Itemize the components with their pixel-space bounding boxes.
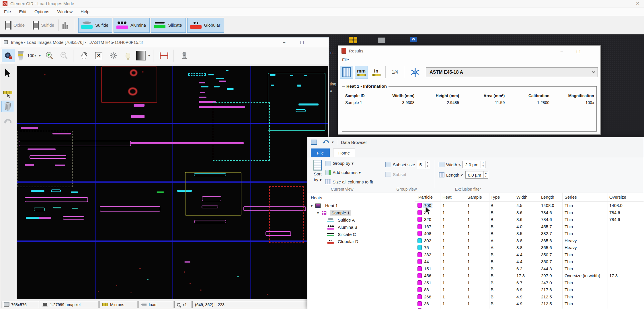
units-in-button[interactable]: in: [370, 66, 383, 79]
app-titlebar: Clemex CIR - Load Images Mode ✕: [0, 0, 644, 7]
menu-help[interactable]: Help: [77, 9, 93, 14]
column-header-particle[interactable]: Particle: [418, 195, 433, 200]
table-row[interactable]: 45611B17.3297.9Oversize (in width)17.3: [415, 272, 644, 279]
particle-color-swatch: [417, 238, 422, 243]
menu-window[interactable]: Window: [53, 9, 77, 14]
column-header-type[interactable]: Type: [491, 195, 500, 200]
desktop-icon-yellow[interactable]: [349, 37, 358, 43]
sort-by-button[interactable]: Sort by ▾: [310, 160, 326, 182]
cell-series: Thin: [565, 280, 573, 285]
table-row[interactable]: 7511A8.8365.6Heavy: [415, 244, 644, 251]
length-filter-spinner[interactable]: 0.0 µm ▲▼: [465, 171, 488, 179]
column-header-oversize[interactable]: Oversize: [609, 195, 626, 200]
class-button-silicate[interactable]: Silicate: [151, 18, 186, 33]
group-by-button[interactable]: Group by ▾: [325, 161, 354, 166]
spinner-arrows-icon[interactable]: ▲▼: [483, 171, 488, 178]
tree-item-sulfide-a[interactable]: Sulfide A: [307, 216, 414, 224]
pan-tool-button[interactable]: [77, 49, 91, 62]
size-columns-button[interactable]: Size all columns to fit: [325, 179, 373, 184]
table-row[interactable]: 35111B6.7247.0Thin: [415, 279, 644, 287]
undo-tool-button[interactable]: [1, 116, 14, 128]
zoom-in-button[interactable]: [43, 49, 56, 62]
tree-item-heat-1[interactable]: ▼Heat 1: [307, 202, 414, 209]
table-row[interactable]: 3611B4.9212.5Thin: [415, 300, 644, 308]
table-row[interactable]: 10011B4.51408.0Thin1408.0: [415, 202, 644, 209]
undo-icon[interactable]: [323, 139, 329, 145]
settings-burst-button[interactable]: [107, 49, 120, 62]
column-header-length[interactable]: Length: [541, 195, 554, 200]
subset-button[interactable]: Subset: [385, 172, 406, 177]
histogram-button[interactable]: [63, 21, 70, 29]
add-columns-button[interactable]: Add columns ▾: [325, 170, 361, 175]
snowflake-button[interactable]: [409, 66, 422, 79]
tab-file[interactable]: File: [311, 148, 330, 157]
particles-table[interactable]: ParticleHeatSampleTypeWidthLengthSeriesO…: [415, 193, 644, 309]
delete-marker-button[interactable]: ✕: [92, 49, 105, 62]
table-row[interactable]: 30211A8.8365.6Heavy: [415, 237, 644, 245]
class-button-sulfide[interactable]: Sulfide: [78, 18, 112, 33]
spinner-arrows-icon[interactable]: ▲▼: [425, 161, 430, 168]
menu-options[interactable]: Options: [30, 9, 53, 14]
ruler-tool-button[interactable]: [1, 89, 14, 101]
tree-item-globular-d[interactable]: Globular D: [307, 238, 414, 245]
results-menu-file[interactable]: File: [342, 57, 349, 62]
contrast-selector[interactable]: ▼: [136, 49, 151, 62]
menu-edit[interactable]: Edit: [15, 9, 30, 14]
table-row[interactable]: [415, 308, 644, 309]
ribbon-group-exclusion-filter: Exclusion filter: [455, 187, 481, 191]
tree-item-sample-1[interactable]: ▼Sample 1: [307, 209, 414, 216]
class-button-alumina[interactable]: Alumina: [114, 18, 150, 33]
units-mm-button[interactable]: mm: [355, 66, 368, 79]
table-row[interactable]: 26811B4.9212.5Thin: [415, 294, 644, 301]
desktop-icon-word[interactable]: W: [410, 37, 417, 42]
capture-tool-button[interactable]: [2, 49, 15, 62]
stamp-tool-button[interactable]: [177, 49, 191, 62]
zoom-out-button[interactable]: [57, 49, 71, 62]
width-filter-spinner[interactable]: 2.0 µm ▲▼: [462, 161, 485, 168]
spinner-arrows-icon[interactable]: ▲▼: [481, 161, 485, 168]
illumination-button[interactable]: [121, 49, 134, 62]
table-row[interactable]: 32011B8.6784.6Thin784.6: [415, 216, 644, 223]
data-browser-titlebar[interactable]: ▼ Data Browser: [307, 137, 644, 147]
maximize-icon[interactable]: ▢: [574, 48, 583, 55]
table-view-button[interactable]: [340, 66, 353, 79]
oxide-button[interactable]: Oxide: [5, 21, 25, 30]
chevron-down-icon[interactable]: ▼: [310, 204, 314, 208]
chevron-down-icon[interactable]: ▼: [316, 211, 320, 215]
canvas[interactable]: [17, 66, 328, 299]
column-header-sample[interactable]: Sample: [467, 195, 482, 200]
chevron-down-icon[interactable]: ▼: [331, 140, 334, 144]
subset-size-spinner[interactable]: 5 ▲▼: [417, 161, 430, 168]
objective-selector[interactable]: 100x ▼: [16, 49, 41, 62]
tree-item-alumina-b[interactable]: Alumina B: [307, 224, 414, 231]
table-row[interactable]: 15111B6.2344.3Thin: [415, 265, 644, 273]
standard-dropdown[interactable]: ASTM E45-18 A: [426, 67, 598, 77]
table-row[interactable]: 16711B4.0455.7Thin: [415, 223, 644, 230]
column-header-width[interactable]: Width: [516, 195, 527, 200]
close-icon[interactable]: ✕: [634, 1, 642, 7]
column-header-series[interactable]: Series: [565, 195, 577, 200]
column-header-heat[interactable]: Heat: [442, 195, 452, 200]
table-row[interactable]: 40811B8.5382.7Thin: [415, 230, 644, 237]
desktop-icon-file[interactable]: [378, 38, 385, 43]
delete-tool-button[interactable]: [1, 101, 14, 112]
table-row[interactable]: 8811B6.9217.6Thin: [415, 286, 644, 294]
image-window-titlebar[interactable]: Image - Load Images Mode [768x576] - ...…: [0, 38, 329, 47]
measure-button[interactable]: [157, 49, 171, 62]
table-row[interactable]: 311B8.6784.6Thin784.6: [415, 209, 644, 216]
table-row[interactable]: 4411B4.4350.7Thin: [415, 258, 644, 265]
heats-title: Heats: [307, 193, 414, 202]
minimize-icon[interactable]: –: [557, 48, 566, 55]
class-button-globular[interactable]: Globular: [187, 18, 224, 33]
tab-home[interactable]: Home: [333, 148, 355, 157]
minimize-icon[interactable]: –: [280, 39, 288, 46]
select-tool-button[interactable]: [1, 67, 14, 79]
ribbon-group-current-view: Current view: [331, 187, 354, 191]
tree-item-silicate-c[interactable]: Silicate C: [307, 231, 414, 238]
menu-file[interactable]: File: [0, 9, 15, 14]
sulfide-gray-button[interactable]: Sulfide: [33, 21, 54, 30]
results-titlebar[interactable]: Results – ▢: [338, 46, 600, 56]
cell-sample: 1: [467, 287, 470, 292]
maximize-icon[interactable]: ▢: [298, 39, 306, 46]
table-row[interactable]: 28211B4.4350.7Thin: [415, 251, 644, 259]
